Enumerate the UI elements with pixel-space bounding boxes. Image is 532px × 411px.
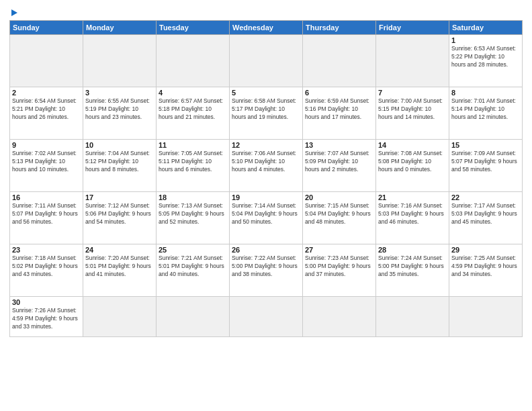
calendar-cell [230,35,303,87]
day-info: Sunrise: 6:57 AM Sunset: 5:18 PM Dayligh… [159,97,227,122]
calendar-page: SundayMondayTuesdayWednesdayThursdayFrid… [0,0,532,411]
weekday-header-row: SundayMondayTuesdayWednesdayThursdayFrid… [10,21,523,35]
weekday-header-friday: Friday [376,21,449,35]
calendar-cell: 11Sunrise: 7:05 AM Sunset: 5:11 PM Dayli… [157,140,230,192]
day-number: 15 [451,141,520,149]
day-number: 29 [451,246,520,254]
day-info: Sunrise: 6:59 AM Sunset: 5:16 PM Dayligh… [305,97,373,122]
day-number: 13 [305,141,373,149]
calendar-cell: 27Sunrise: 7:23 AM Sunset: 5:00 PM Dayli… [303,244,376,297]
calendar-cell: 15Sunrise: 7:09 AM Sunset: 5:07 PM Dayli… [449,140,523,192]
day-info: Sunrise: 7:00 AM Sunset: 5:15 PM Dayligh… [378,97,447,122]
weekday-header-saturday: Saturday [449,21,523,35]
day-info: Sunrise: 7:11 AM Sunset: 5:07 PM Dayligh… [12,202,81,226]
day-info: Sunrise: 7:14 AM Sunset: 5:04 PM Dayligh… [232,202,300,226]
calendar-cell: 4Sunrise: 6:57 AM Sunset: 5:18 PM Daylig… [157,87,230,140]
calendar-cell: 3Sunrise: 6:55 AM Sunset: 5:19 PM Daylig… [83,87,157,140]
day-number: 28 [378,246,447,254]
day-info: Sunrise: 7:08 AM Sunset: 5:08 PM Dayligh… [378,150,447,174]
day-info: Sunrise: 6:54 AM Sunset: 5:21 PM Dayligh… [12,97,81,122]
day-number: 6 [305,89,373,97]
calendar-cell: 25Sunrise: 7:21 AM Sunset: 5:01 PM Dayli… [157,244,230,297]
calendar-cell [303,35,376,87]
day-number: 18 [159,193,227,201]
calendar-cell: 5Sunrise: 6:58 AM Sunset: 5:17 PM Daylig… [230,87,303,140]
day-number: 5 [232,89,300,97]
day-info: Sunrise: 7:15 AM Sunset: 5:04 PM Dayligh… [305,202,373,226]
day-number: 22 [451,193,520,201]
week-row-5: 23Sunrise: 7:18 AM Sunset: 5:02 PM Dayli… [10,244,523,297]
calendar-cell: 6Sunrise: 6:59 AM Sunset: 5:16 PM Daylig… [303,87,376,140]
calendar-table: SundayMondayTuesdayWednesdayThursdayFrid… [9,20,523,337]
day-info: Sunrise: 7:22 AM Sunset: 5:00 PM Dayligh… [232,255,300,279]
day-info: Sunrise: 7:24 AM Sunset: 5:00 PM Dayligh… [378,255,447,279]
weekday-header-thursday: Thursday [303,21,376,35]
day-number: 9 [12,141,81,149]
day-info: Sunrise: 7:12 AM Sunset: 5:06 PM Dayligh… [85,202,154,226]
day-number: 1 [451,36,520,44]
day-info: Sunrise: 7:25 AM Sunset: 4:59 PM Dayligh… [451,255,520,279]
calendar-cell: 24Sunrise: 7:20 AM Sunset: 5:01 PM Dayli… [83,244,157,297]
calendar-cell: 18Sunrise: 7:13 AM Sunset: 5:05 PM Dayli… [157,192,230,244]
calendar-cell: 30Sunrise: 7:26 AM Sunset: 4:59 PM Dayli… [10,297,83,337]
logo-triangle-icon [11,9,17,16]
week-row-1: 1Sunrise: 6:53 AM Sunset: 5:22 PM Daylig… [10,35,523,87]
day-number: 19 [232,193,300,201]
day-info: Sunrise: 6:58 AM Sunset: 5:17 PM Dayligh… [232,97,300,122]
calendar-cell: 2Sunrise: 6:54 AM Sunset: 5:21 PM Daylig… [10,87,83,140]
calendar-cell: 8Sunrise: 7:01 AM Sunset: 5:14 PM Daylig… [449,87,523,140]
calendar-cell [10,35,83,87]
day-number: 11 [159,141,227,149]
day-number: 8 [451,89,520,97]
day-info: Sunrise: 7:01 AM Sunset: 5:14 PM Dayligh… [451,97,520,122]
day-info: Sunrise: 7:05 AM Sunset: 5:11 PM Dayligh… [159,150,227,174]
day-info: Sunrise: 6:53 AM Sunset: 5:22 PM Dayligh… [451,45,520,69]
day-info: Sunrise: 7:06 AM Sunset: 5:10 PM Dayligh… [232,150,300,174]
day-number: 16 [12,193,81,201]
calendar-cell [83,297,157,337]
calendar-cell [449,297,523,337]
week-row-3: 9Sunrise: 7:02 AM Sunset: 5:13 PM Daylig… [10,140,523,192]
weekday-header-tuesday: Tuesday [157,21,230,35]
day-info: Sunrise: 7:13 AM Sunset: 5:05 PM Dayligh… [159,202,227,226]
day-info: Sunrise: 7:09 AM Sunset: 5:07 PM Dayligh… [451,150,520,174]
calendar-cell: 20Sunrise: 7:15 AM Sunset: 5:04 PM Dayli… [303,192,376,244]
calendar-cell: 21Sunrise: 7:16 AM Sunset: 5:03 PM Dayli… [376,192,449,244]
calendar-cell: 9Sunrise: 7:02 AM Sunset: 5:13 PM Daylig… [10,140,83,192]
calendar-cell: 23Sunrise: 7:18 AM Sunset: 5:02 PM Dayli… [10,244,83,297]
calendar-cell: 26Sunrise: 7:22 AM Sunset: 5:00 PM Dayli… [230,244,303,297]
day-number: 26 [232,246,300,254]
logo [9,7,17,16]
calendar-cell [303,297,376,337]
header [9,7,523,16]
day-info: Sunrise: 7:20 AM Sunset: 5:01 PM Dayligh… [85,255,154,279]
day-info: Sunrise: 7:02 AM Sunset: 5:13 PM Dayligh… [12,150,81,174]
day-number: 3 [85,89,154,97]
day-info: Sunrise: 7:18 AM Sunset: 5:02 PM Dayligh… [12,255,81,279]
calendar-cell: 14Sunrise: 7:08 AM Sunset: 5:08 PM Dayli… [376,140,449,192]
calendar-cell [230,297,303,337]
day-number: 7 [378,89,447,97]
day-number: 23 [12,246,81,254]
calendar-cell: 1Sunrise: 6:53 AM Sunset: 5:22 PM Daylig… [449,35,523,87]
day-number: 25 [159,246,227,254]
day-info: Sunrise: 7:16 AM Sunset: 5:03 PM Dayligh… [378,202,447,226]
day-number: 14 [378,141,447,149]
calendar-cell [376,35,449,87]
calendar-cell: 19Sunrise: 7:14 AM Sunset: 5:04 PM Dayli… [230,192,303,244]
weekday-header-monday: Monday [83,21,157,35]
calendar-cell: 12Sunrise: 7:06 AM Sunset: 5:10 PM Dayli… [230,140,303,192]
day-number: 20 [305,193,373,201]
calendar-cell [157,297,230,337]
week-row-4: 16Sunrise: 7:11 AM Sunset: 5:07 PM Dayli… [10,192,523,244]
calendar-cell: 28Sunrise: 7:24 AM Sunset: 5:00 PM Dayli… [376,244,449,297]
calendar-cell: 22Sunrise: 7:17 AM Sunset: 5:03 PM Dayli… [449,192,523,244]
day-number: 2 [12,89,81,97]
day-number: 4 [159,89,227,97]
weekday-header-wednesday: Wednesday [230,21,303,35]
week-row-2: 2Sunrise: 6:54 AM Sunset: 5:21 PM Daylig… [10,87,523,140]
day-number: 21 [378,193,447,201]
day-info: Sunrise: 7:07 AM Sunset: 5:09 PM Dayligh… [305,150,373,174]
day-info: Sunrise: 6:55 AM Sunset: 5:19 PM Dayligh… [85,97,154,122]
day-info: Sunrise: 7:23 AM Sunset: 5:00 PM Dayligh… [305,255,373,279]
